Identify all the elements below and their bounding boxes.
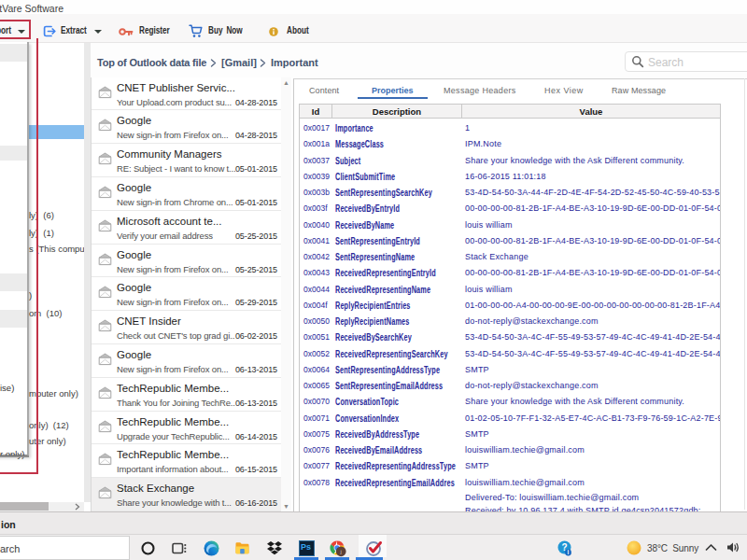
svg-text:i: i <box>568 549 570 555</box>
svg-text:j: j <box>340 549 342 554</box>
